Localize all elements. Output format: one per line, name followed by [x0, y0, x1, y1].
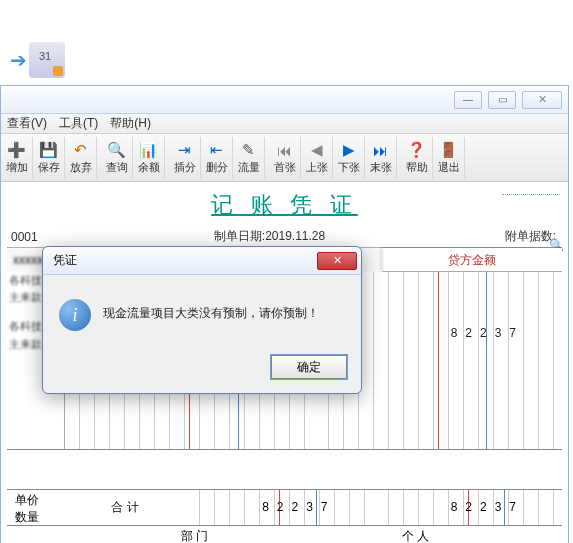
blank-row — [7, 450, 562, 490]
total-row: 单价 数量 合 计 82237 82237 — [7, 490, 562, 526]
dialog-close-button[interactable]: ✕ — [317, 252, 357, 270]
menubar: 查看(V) 工具(T) 帮助(H) — [1, 114, 568, 134]
next-button-label: 下张 — [338, 160, 360, 175]
dialog-titlebar: 凭证 ✕ — [43, 247, 361, 275]
total-label: 合 计 — [65, 499, 185, 516]
flow-button-label: 流量 — [238, 160, 260, 175]
attachment-label: 附单据数: — [468, 228, 558, 245]
credit-total: 82237 — [451, 500, 524, 514]
insert-icon: ⇥ — [178, 140, 191, 160]
last-icon: ⏭ — [373, 140, 388, 160]
quantity-label: 数量 — [15, 509, 57, 526]
prev-icon: ◀ — [311, 140, 323, 160]
discard-button[interactable]: ↶放弃 — [65, 137, 97, 179]
person-label: 个 人 — [382, 528, 562, 543]
balance-icon: 📊 — [139, 140, 158, 160]
titlebar: — ▭ ✕ — [1, 86, 568, 114]
add-icon: ➕ — [7, 140, 26, 160]
info-row: 0001 制单日期:2019.11.28 附单据数: — [7, 226, 562, 248]
next-button[interactable]: ▶下张 — [333, 137, 365, 179]
query-icon: 🔍 — [107, 140, 126, 160]
ok-button[interactable]: 确定 — [271, 355, 347, 379]
first-button[interactable]: ⏮首张 — [269, 137, 301, 179]
credit-value: 82237 — [451, 326, 524, 340]
sequence-number: 0001 — [11, 230, 71, 244]
maximize-button[interactable]: ▭ — [488, 91, 516, 109]
help-button-label: 帮助 — [406, 160, 428, 175]
exit-button[interactable]: 🚪退出 — [433, 137, 465, 179]
discard-button-label: 放弃 — [70, 160, 92, 175]
flow-icon: ✎ — [242, 140, 255, 160]
insert-button-label: 插分 — [174, 160, 196, 175]
exit-button-label: 退出 — [438, 160, 460, 175]
unit-price-label: 单价 — [15, 492, 57, 509]
dept-label: 部 门 — [181, 529, 208, 543]
add-button[interactable]: ➕增加 — [1, 137, 33, 179]
menu-help[interactable]: 帮助(H) — [104, 115, 157, 132]
dotline — [502, 194, 560, 195]
dialog-title: 凭证 — [53, 252, 317, 269]
debit-total: 82237 — [262, 500, 335, 514]
save-button-label: 保存 — [38, 160, 60, 175]
dialog-message: 现金流量项目大类没有预制，请你预制！ — [103, 299, 319, 322]
toolbar: ➕增加💾保存↶放弃🔍查询📊余额⇥插分⇤删分✎流量⏮首张◀上张▶下张⏭末张❓帮助🚪… — [1, 134, 568, 182]
calendar-icon — [29, 42, 65, 78]
add-button-label: 增加 — [6, 160, 28, 175]
discard-icon: ↶ — [74, 140, 87, 160]
document-title: 记 账 凭 证 — [7, 186, 562, 226]
balance-button-label: 余额 — [138, 160, 160, 175]
save-button[interactable]: 💾保存 — [33, 137, 65, 179]
minimize-button[interactable]: — — [454, 91, 482, 109]
credit-header: 贷方金额 — [382, 248, 562, 272]
prev-button[interactable]: ◀上张 — [301, 137, 333, 179]
close-button[interactable]: ✕ — [522, 91, 562, 109]
first-button-label: 首张 — [274, 160, 296, 175]
prev-button-label: 上张 — [306, 160, 328, 175]
first-icon: ⏮ — [277, 140, 292, 160]
delete-button-label: 删分 — [206, 160, 228, 175]
next-icon: ▶ — [343, 140, 355, 160]
desktop-shortcut[interactable]: ➔ — [10, 42, 65, 78]
insert-button[interactable]: ⇥插分 — [169, 137, 201, 179]
balance-button[interactable]: 📊余额 — [133, 137, 165, 179]
help-button[interactable]: ❓帮助 — [401, 137, 433, 179]
info-icon: i — [59, 299, 91, 331]
flow-button[interactable]: ✎流量 — [233, 137, 265, 179]
delete-icon: ⇤ — [210, 140, 223, 160]
date-field: 制单日期:2019.11.28 — [71, 228, 468, 245]
menu-view[interactable]: 查看(V) — [1, 115, 53, 132]
menu-tools[interactable]: 工具(T) — [53, 115, 104, 132]
delete-button[interactable]: ⇤删分 — [201, 137, 233, 179]
save-icon: 💾 — [39, 140, 58, 160]
arrow-icon: ➔ — [10, 48, 27, 72]
last-button-label: 末张 — [370, 160, 392, 175]
last-button[interactable]: ⏭末张 — [365, 137, 397, 179]
help-icon: ❓ — [407, 140, 426, 160]
query-button-label: 查询 — [106, 160, 128, 175]
query-button[interactable]: 🔍查询 — [101, 137, 133, 179]
exit-icon: 🚪 — [439, 140, 458, 160]
message-dialog: 凭证 ✕ i 现金流量项目大类没有预制，请你预制！ 确定 — [42, 246, 362, 394]
